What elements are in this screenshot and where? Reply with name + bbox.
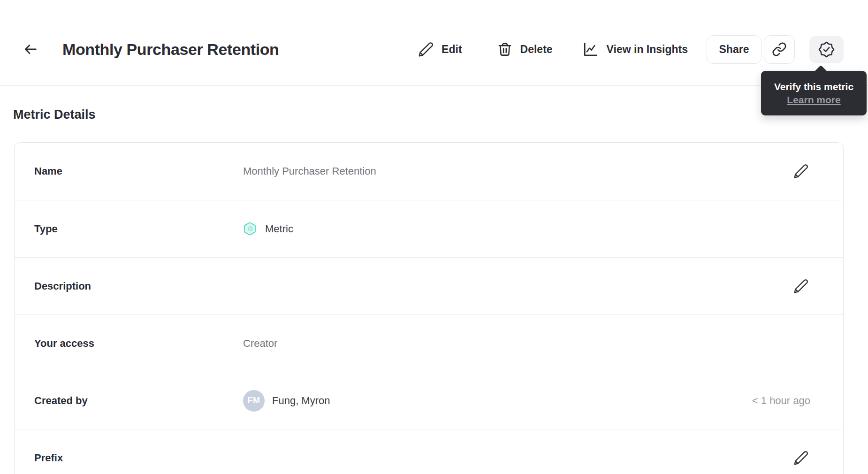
row-name-label: Name [34,165,243,177]
metric-hexagon-icon [243,222,258,236]
trash-icon [497,41,513,57]
row-type: Type Metric [15,200,843,257]
row-name: Name Monthly Purchaser Retention [15,143,843,200]
row-created-by: Created by FM Fung, Myron < 1 hour ago [15,372,843,429]
line-chart-icon [582,41,599,58]
page-header: Monthly Purchaser Retention Edit Delete [0,0,868,86]
metric-details-page: Monthly Purchaser Retention Edit Delete [0,0,868,474]
pencil-icon [793,450,809,466]
avatar: FM [243,390,265,412]
row-your-access-label: Your access [34,337,243,350]
edit-button[interactable]: Edit [418,41,462,58]
row-description: Description [15,257,843,314]
learn-more-link[interactable]: Learn more [787,94,840,106]
view-in-insights-label: View in Insights [607,43,688,56]
back-arrow-icon [23,41,38,57]
row-name-value: Monthly Purchaser Retention [243,165,376,177]
row-type-label: Type [34,223,243,235]
pencil-icon [793,163,809,179]
back-button[interactable] [21,40,40,59]
view-in-insights-button[interactable]: View in Insights [582,41,688,58]
row-your-access: Your access Creator [15,314,843,372]
verify-metric-button[interactable] [809,36,844,63]
copy-link-button[interactable] [764,35,795,64]
row-prefix: Prefix [15,429,843,474]
row-created-by-value: Fung, Myron [272,395,330,407]
row-created-by-label: Created by [34,395,243,407]
edit-name-button[interactable] [792,162,810,181]
verify-metric-tooltip: Verify this metric Learn more [761,71,867,115]
pencil-icon [418,41,434,58]
verified-badge-icon [818,41,835,58]
delete-label: Delete [520,43,553,56]
page-title: Monthly Purchaser Retention [62,40,279,59]
row-description-label: Description [34,280,243,292]
delete-button[interactable]: Delete [497,41,553,57]
metric-details-card: Name Monthly Purchaser Retention Type Me… [14,142,844,474]
share-button[interactable]: Share [707,35,761,64]
pencil-icon [793,278,809,294]
row-prefix-label: Prefix [34,452,243,464]
section-title: Metric Details [13,107,96,122]
edit-prefix-button[interactable] [792,449,810,467]
link-icon [772,42,787,57]
row-type-value: Metric [265,223,293,235]
edit-description-button[interactable] [792,277,810,296]
share-label: Share [719,43,749,56]
tooltip-title: Verify this metric [774,81,853,92]
edit-label: Edit [442,43,462,56]
row-your-access-value: Creator [243,337,277,350]
created-timestamp: < 1 hour ago [752,395,810,407]
